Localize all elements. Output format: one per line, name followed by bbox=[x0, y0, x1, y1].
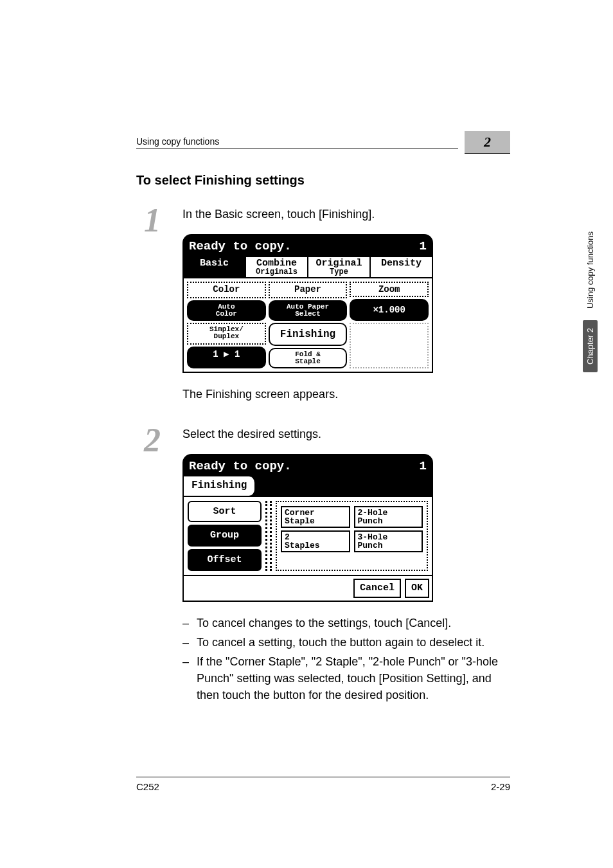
btn-3hole-punch[interactable]: 3-HolePunch bbox=[354, 530, 423, 552]
step-1: 1 In the Basic screen, touch [Finishing]… bbox=[136, 206, 510, 414]
lcd2-title: Ready to copy. bbox=[189, 458, 292, 476]
lcd2-count: 1 bbox=[420, 458, 427, 476]
divider-dotted bbox=[265, 501, 272, 571]
label-zoom: Zoom bbox=[350, 282, 429, 297]
step-2: 2 Select the desired settings. Ready to … bbox=[136, 426, 510, 706]
tab-finishing[interactable]: Finishing bbox=[184, 476, 256, 495]
bullet-2: To cancel a setting, touch the button ag… bbox=[182, 634, 510, 651]
label-simplex-duplex: Simplex/Duplex bbox=[187, 323, 266, 345]
btn-ok[interactable]: OK bbox=[405, 579, 429, 598]
btn-zoom-value[interactable]: ×1.000 bbox=[350, 299, 429, 321]
btn-group[interactable]: Group bbox=[188, 525, 262, 547]
lcd-finishing-screen: Ready to copy. 1 Finishing Sort Group Of… bbox=[182, 454, 433, 602]
side-section-label: Using copy functions bbox=[583, 225, 598, 315]
btn-auto-color[interactable]: AutoColor bbox=[187, 300, 266, 321]
tab-basic[interactable]: Basic bbox=[184, 257, 246, 277]
bullet-1: To cancel changes to the settings, touch… bbox=[182, 615, 510, 631]
label-color: Color bbox=[187, 282, 266, 298]
footer-page: 2-29 bbox=[491, 781, 510, 792]
btn-finishing[interactable]: Finishing bbox=[269, 323, 348, 346]
page-header: Using copy functions 2 To select Finishi… bbox=[136, 131, 510, 188]
breadcrumb: Using copy functions bbox=[136, 136, 458, 149]
side-chapter-label: Chapter 2 bbox=[583, 320, 598, 372]
empty-cell bbox=[350, 323, 429, 368]
lcd1-title: Ready to copy. bbox=[189, 238, 292, 256]
btn-corner-staple[interactable]: CornerStaple bbox=[281, 506, 350, 528]
tab-density[interactable]: Density bbox=[371, 257, 432, 277]
step-2-bullets: To cancel changes to the settings, touch… bbox=[182, 615, 510, 703]
step-2-text: Select the desired settings. bbox=[182, 426, 510, 442]
btn-fold-staple[interactable]: Fold &Staple bbox=[269, 348, 348, 368]
lcd-basic-screen: Ready to copy. 1 Basic CombineOriginals … bbox=[182, 234, 433, 373]
section-title: To select Finishing settings bbox=[136, 173, 510, 188]
step-1-after: The Finishing screen appears. bbox=[182, 386, 510, 402]
btn-2-staples[interactable]: 2Staples bbox=[281, 530, 350, 552]
step-1-text: In the Basic screen, touch [Finishing]. bbox=[182, 206, 510, 222]
step-2-number: 2 bbox=[136, 426, 168, 706]
lcd1-count: 1 bbox=[420, 238, 427, 256]
label-paper: Paper bbox=[269, 282, 348, 298]
page-footer: C252 2-29 bbox=[136, 777, 510, 792]
bullet-3: If the "Corner Staple", "2 Staple", "2-h… bbox=[182, 653, 510, 703]
btn-2hole-punch[interactable]: 2-HolePunch bbox=[354, 506, 423, 528]
btn-simplex-value[interactable]: 1 ▶ 1 bbox=[187, 347, 266, 368]
tab-combine-originals[interactable]: CombineOriginals bbox=[246, 257, 308, 277]
btn-sort[interactable]: Sort bbox=[188, 501, 262, 523]
tab-original-type[interactable]: OriginalType bbox=[308, 257, 371, 277]
btn-auto-paper[interactable]: Auto PaperSelect bbox=[269, 300, 348, 321]
side-tab: Chapter 2 Using copy functions bbox=[583, 225, 598, 372]
step-1-number: 1 bbox=[136, 206, 168, 414]
chapter-number: 2 bbox=[465, 131, 510, 154]
btn-cancel[interactable]: Cancel bbox=[353, 579, 401, 598]
footer-model: C252 bbox=[136, 781, 159, 792]
btn-offset[interactable]: Offset bbox=[188, 549, 262, 571]
